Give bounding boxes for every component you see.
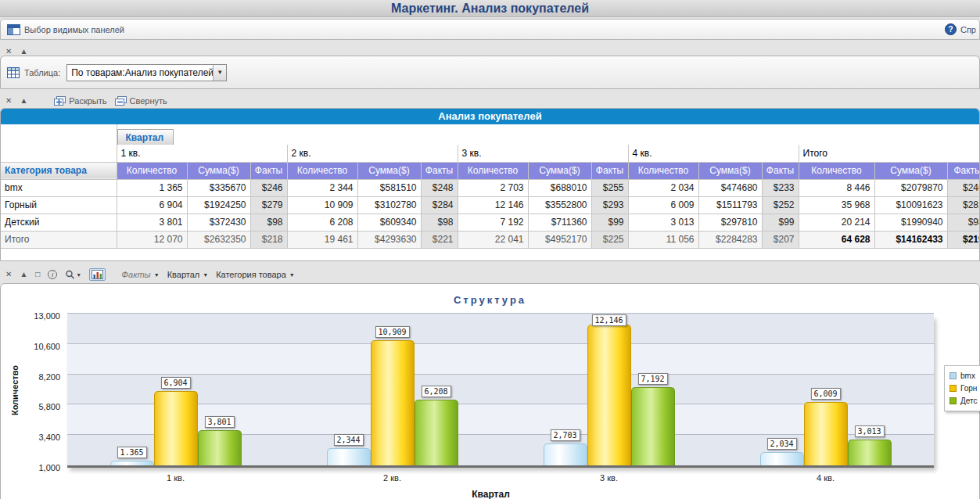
bar-Детский[interactable] (848, 440, 892, 465)
bar-Детский[interactable] (415, 400, 458, 465)
bar-Детский[interactable] (198, 430, 242, 465)
value-cell: $10091623 (874, 196, 947, 214)
quarter-dropdown[interactable]: Квартал ▼ (167, 270, 209, 279)
measure-header[interactable]: Факты (421, 162, 458, 179)
gridline (67, 313, 934, 314)
y-tick-label: 8,200 (38, 372, 60, 382)
pivot-table-title: Анализ покупателей (1, 109, 979, 124)
column-dimension-button[interactable]: Квартал (117, 129, 174, 145)
column-group-header[interactable]: Итого (799, 145, 980, 162)
y-tick-label: 5,800 (38, 402, 60, 411)
row-name-cell[interactable]: Горный (1, 196, 117, 214)
chevron-down-icon: ▼ (213, 65, 226, 81)
collapse-icon (115, 96, 127, 106)
measure-header[interactable]: Факты (250, 162, 287, 179)
bar-bmx[interactable] (327, 448, 371, 465)
bar-Горный[interactable] (154, 391, 198, 465)
column-group-header[interactable]: 3 кв. (458, 145, 628, 162)
collapse-panel-icon[interactable]: ▲ (20, 96, 27, 106)
value-cell: $14162433 (874, 231, 947, 248)
pivot-table-body: bmx1 365$335670$2462 344$581510$2482 703… (1, 179, 980, 248)
bar-value-label: 10,909 (375, 326, 409, 338)
x-tick-label: 3 кв. (501, 473, 717, 483)
value-cell: $1924250 (187, 196, 250, 214)
measure-header[interactable]: Количество (628, 162, 698, 179)
column-group-header[interactable]: 2 кв. (287, 145, 458, 162)
quarter-dropdown-label: Квартал (167, 270, 200, 279)
close-icon[interactable]: ✕ (5, 96, 12, 106)
row-name-cell[interactable]: Детский (1, 214, 117, 231)
measure-header[interactable]: Факты (947, 162, 980, 179)
legend-item-Детский[interactable]: Детс (949, 397, 980, 405)
measure-header[interactable]: Факты (591, 162, 628, 179)
measure-header[interactable]: Факты (762, 162, 799, 179)
measure-header[interactable]: Сумма($) (187, 162, 250, 179)
measure-header[interactable]: Количество (799, 162, 874, 179)
row-dimension-cell[interactable]: Категория товара (1, 162, 117, 179)
bar-Детский[interactable] (631, 387, 675, 465)
value-cell: $335670 (187, 179, 250, 196)
row-name-cell[interactable]: bmx (1, 179, 117, 196)
collapse-panel-icon[interactable]: ▲ (20, 270, 27, 279)
value-cell: 2 344 (287, 179, 357, 196)
measure-header[interactable]: Количество (458, 162, 528, 179)
expand-button[interactable]: Раскрыть (54, 96, 106, 106)
measure-header[interactable]: Сумма($) (357, 162, 421, 179)
column-group-header[interactable]: 1 кв. (117, 145, 287, 162)
bar-bmx[interactable] (760, 452, 804, 465)
info-icon[interactable]: i (48, 270, 57, 279)
measure-header[interactable]: Сумма($) (528, 162, 591, 179)
x-axis-tick-labels: 1 кв.2 кв.3 кв.4 кв. (67, 473, 934, 483)
value-cell: 12 070 (117, 231, 187, 248)
bar-Горный[interactable] (804, 402, 848, 465)
measures-row: Категория товараКоличествоСумма($)ФактыК… (1, 162, 980, 179)
x-tick-label: 4 кв. (717, 473, 934, 483)
value-cell: 11 056 (628, 231, 698, 248)
value-cell: 2 034 (628, 179, 698, 196)
close-icon[interactable]: ✕ (5, 270, 12, 279)
column-group-header[interactable]: 4 кв. (628, 145, 799, 162)
bar-bmx[interactable] (544, 443, 587, 465)
bar-Горный[interactable] (371, 340, 415, 465)
y-tick-label: 1,000 (38, 463, 60, 472)
plot-band (67, 344, 934, 375)
value-cell: $99 (591, 214, 628, 231)
value-cell: $207 (762, 231, 799, 248)
value-cell: $4293630 (357, 231, 421, 248)
help-button[interactable]: ? Спр (945, 23, 976, 35)
collapse-button[interactable]: Свернуть (115, 96, 167, 106)
category-dropdown[interactable]: Категория товара ▼ (216, 270, 295, 279)
bar-Горный[interactable] (587, 325, 631, 465)
facts-dropdown[interactable]: Факты ▼ (121, 270, 159, 279)
visible-panels-button[interactable]: Выбор видимых панелей (7, 24, 124, 35)
chart-legend: bmxГорнДетс (944, 365, 980, 411)
measure-header[interactable]: Количество (117, 162, 187, 179)
value-cell: $711360 (528, 214, 591, 231)
main-toolbar: Выбор видимых панелей ? Спр (0, 19, 980, 40)
value-cell: $3552800 (528, 196, 591, 214)
chart-title: Структура (1, 294, 979, 306)
collapse-label: Свернуть (130, 96, 167, 106)
bar-value-label: 6,904 (160, 377, 190, 389)
value-cell: 10 909 (287, 196, 357, 214)
value-cell: $246 (250, 179, 287, 196)
row-name-cell[interactable]: Итого (1, 231, 117, 248)
value-cell: $248 (421, 179, 458, 196)
chart-type-button[interactable] (89, 268, 106, 281)
legend-item-Горный[interactable]: Горн (949, 384, 980, 393)
maximize-icon[interactable]: □ (35, 270, 40, 279)
bar-value-label: 1.365 (117, 447, 146, 458)
zoom-icon[interactable]: ▼ (65, 270, 81, 280)
measure-header[interactable]: Сумма($) (874, 162, 947, 179)
legend-item-bmx[interactable]: bmx (949, 372, 980, 380)
svg-text:?: ? (948, 25, 953, 34)
value-cell: 6 208 (287, 214, 357, 231)
table-selector-dropdown[interactable]: По товарам:Анализ покупателей ▼ (66, 64, 227, 81)
value-cell: $293 (591, 196, 628, 214)
value-cell: 3 801 (117, 214, 187, 231)
measure-header[interactable]: Количество (287, 162, 357, 179)
measure-header[interactable]: Сумма($) (698, 162, 762, 179)
bar-value-label: 3,013 (854, 425, 884, 437)
app-title-bar: Маркетинг. Анализ покупателей (0, 0, 980, 17)
bar-bmx[interactable] (110, 461, 154, 465)
